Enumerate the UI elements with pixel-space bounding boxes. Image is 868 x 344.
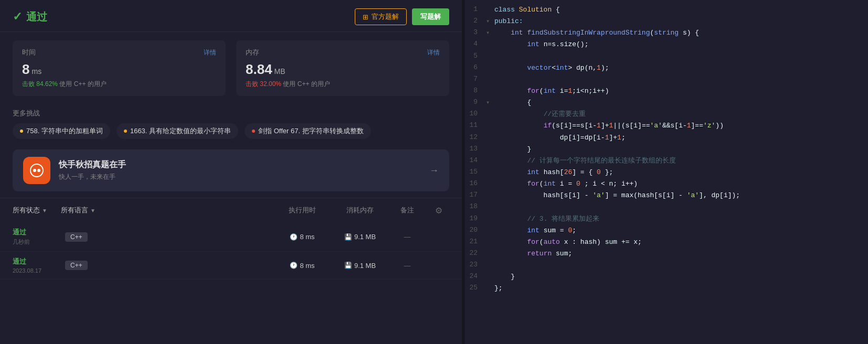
exec-time-header: 执行用时 — [271, 206, 334, 215]
line-number: 16 — [465, 179, 486, 187]
line-number: 15 — [465, 167, 486, 176]
line-arrow-icon — [486, 237, 494, 238]
challenge-tag-2[interactable]: 剑指 Offer 67. 把字符串转换成整数 — [245, 123, 371, 139]
line-content: } — [494, 144, 868, 155]
code-line: 5 — [465, 51, 868, 62]
line-number: 21 — [465, 237, 486, 245]
left-panel: ✓ 通过 ⊞ 官方题解 写题解 时间 详情 8ms 击败 84.62% 使用 C… — [0, 0, 462, 344]
line-arrow-icon — [486, 144, 494, 145]
line-number: 11 — [465, 121, 486, 129]
line-number: 18 — [465, 202, 486, 210]
line-arrow-icon — [486, 283, 494, 284]
code-line: 23 — [465, 260, 868, 271]
line-number: 14 — [465, 156, 486, 164]
memory-value: 8.84MB — [246, 61, 440, 78]
lang-chevron-icon: ▼ — [90, 208, 96, 213]
line-arrow-icon — [486, 225, 494, 227]
lang-badge-1: C++ — [65, 261, 88, 270]
line-arrow-icon — [486, 179, 494, 180]
line-number: 20 — [465, 225, 486, 234]
line-content — [494, 51, 868, 62]
code-line: 21 for(auto x : hash) sum += x; — [465, 236, 868, 248]
ad-banner[interactable]: 快手秋招真题在手 快人一手，未来在手 → — [13, 149, 449, 191]
official-solution-button[interactable]: ⊞ 官方题解 — [355, 8, 407, 25]
time-stat-header: 时间 详情 — [22, 48, 216, 57]
code-line: 4 int n=s.size(); — [465, 39, 868, 50]
code-line: 12 dp[i]=dp[i-1]+1; — [465, 132, 868, 144]
code-line: 3▾ int findSubstringInWraproundString(st… — [465, 27, 868, 39]
submission-note-0: — — [386, 233, 428, 241]
code-line: 7 — [465, 74, 868, 85]
line-arrow-icon — [486, 167, 494, 168]
line-content: int sum = 0; — [494, 225, 868, 236]
challenge-text-2: 剑指 Offer 67. 把字符串转换成整数 — [258, 126, 364, 136]
line-number: 6 — [465, 63, 486, 71]
line-arrow-icon — [486, 202, 494, 203]
memory-desc: 击败 32.00% 使用 C++ 的用户 — [246, 80, 440, 89]
memory-stat-header: 内存 详情 — [246, 48, 440, 57]
code-line: 10 //还需要去重 — [465, 109, 868, 120]
mem-icon-0: 💾 — [344, 233, 352, 241]
line-number: 2 — [465, 16, 486, 25]
line-number: 9 — [465, 98, 486, 106]
time-detail-link[interactable]: 详情 — [204, 48, 216, 57]
lang-filter-button[interactable]: 所有语言 ▼ — [61, 203, 101, 217]
code-line: 8 for(int i=1;i<n;i++) — [465, 85, 868, 97]
ad-icon — [23, 157, 50, 184]
line-number: 3 — [465, 28, 486, 36]
code-line: 9▾ { — [465, 97, 868, 109]
status-filter-button[interactable]: 所有状态 ▼ — [13, 203, 52, 217]
time-label: 时间 — [22, 48, 36, 57]
status-passed-1[interactable]: 通过 — [13, 257, 65, 266]
code-line: 15 int hash[26] = { 0 }; — [465, 167, 868, 178]
challenge-tag-1[interactable]: 1663. 具有给定数值的最小字符串 — [117, 123, 238, 139]
line-number: 4 — [465, 39, 486, 48]
official-icon: ⊞ — [363, 13, 368, 21]
svg-point-0 — [30, 164, 43, 177]
line-arrow-icon — [486, 272, 494, 273]
line-content: }; — [494, 283, 868, 294]
challenge-tag-0[interactable]: 758. 字符串中的加粗单词 — [13, 123, 110, 139]
kuaishou-icon — [29, 163, 44, 178]
line-content — [494, 260, 868, 271]
dot-icon-0 — [20, 130, 23, 133]
line-content: for(int i = 0 ; i < n; i++) — [494, 179, 868, 189]
code-line: 25}; — [465, 283, 868, 294]
line-arrow-icon — [486, 86, 494, 87]
line-content: for(int i=1;i<n;i++) — [494, 86, 868, 96]
time-ago-0: 几秒前 — [13, 238, 65, 246]
code-line: 24 } — [465, 271, 868, 283]
line-content — [494, 74, 868, 85]
code-line: 13 } — [465, 144, 868, 155]
line-content: public: — [494, 16, 868, 27]
line-arrow-icon — [486, 39, 494, 40]
line-content: if(s[i]==s[i-1]+1||(s[i]=='a'&&s[i-1]=='… — [494, 121, 868, 131]
submission-note-1: — — [386, 262, 428, 270]
line-number: 13 — [465, 144, 486, 153]
table-row: 通过 几秒前 C++ 🕐 8 ms 💾 9.1 MB — — [0, 222, 462, 252]
code-line: 22 return sum; — [465, 248, 868, 260]
code-line: 11 if(s[i]==s[i-1]+1||(s[i]=='a'&&s[i-1]… — [465, 120, 868, 132]
line-number: 23 — [465, 260, 486, 268]
code-line: 19 // 3. 将结果累加起来 — [465, 213, 868, 225]
line-arrow-icon — [486, 74, 494, 76]
submission-lang-col-0: C++ — [65, 232, 271, 242]
line-arrow-icon — [486, 249, 494, 250]
memory-stat-card: 内存 详情 8.84MB 击败 32.00% 使用 C++ 的用户 — [236, 40, 449, 96]
submission-lang-col-1: C++ — [65, 261, 271, 270]
pass-title: ✓ 通过 — [13, 10, 47, 24]
line-arrow-icon — [486, 51, 494, 52]
code-container: 1class Solution {2▾public:3▾ int findSub… — [465, 0, 868, 299]
line-number: 8 — [465, 86, 486, 94]
stats-section: 时间 详情 8ms 击败 84.62% 使用 C++ 的用户 内存 详情 8.8… — [0, 32, 462, 104]
status-passed-0[interactable]: 通过 — [13, 228, 65, 237]
more-challenges-section: 更多挑战 758. 字符串中的加粗单词 1663. 具有给定数值的最小字符串 剑… — [0, 104, 462, 145]
line-arrow-icon — [486, 260, 494, 261]
write-solution-button[interactable]: 写题解 — [412, 8, 449, 25]
settings-header: ⚙ — [428, 206, 449, 216]
submission-exec-1: 🕐 8 ms — [271, 262, 334, 270]
settings-gear-icon[interactable]: ⚙ — [435, 206, 442, 215]
code-line: 20 int sum = 0; — [465, 225, 868, 236]
memory-detail-link[interactable]: 详情 — [427, 48, 440, 57]
status-chevron-icon: ▼ — [42, 208, 47, 213]
